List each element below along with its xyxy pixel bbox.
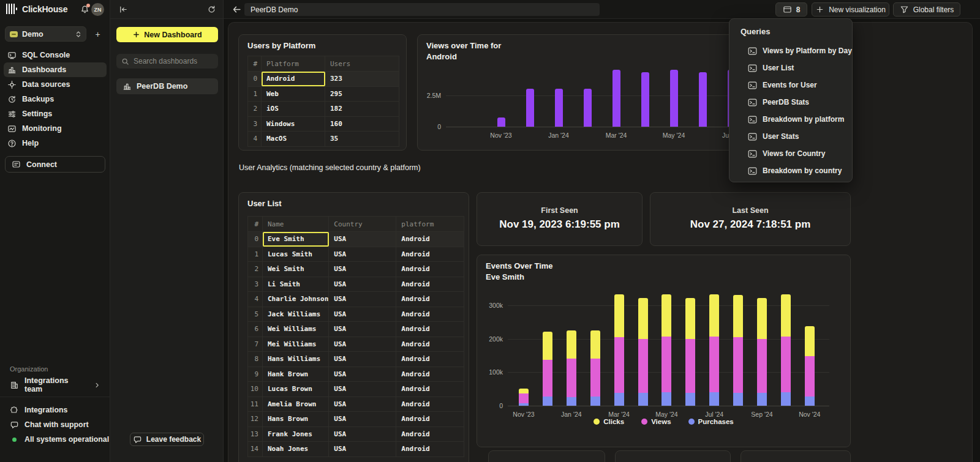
table-cell[interactable]: 160 [325,116,399,132]
table-cell[interactable]: Android [396,412,464,427]
table-row[interactable]: 0Android323 [248,72,399,87]
table-cell[interactable]: 323 [325,72,399,87]
legend-item-clicks[interactable]: Clicks [594,418,624,425]
table-cell[interactable]: Mei Williams [263,337,329,352]
events-bar-segment-views[interactable] [638,339,648,393]
table-cell[interactable]: 9 [248,367,263,382]
events-bar-segment-clicks[interactable] [662,294,671,336]
table-cell[interactable]: Android [262,72,325,87]
table-row[interactable]: 3Li SmithUSAAndroid [248,277,464,292]
table-row[interactable]: 6Wei WilliamsUSAAndroid [248,322,464,337]
sidebar-item-settings[interactable]: Settings [4,106,107,121]
table-cell[interactable]: USA [329,292,396,307]
table-cell[interactable]: 35 [325,132,399,147]
sidebar-item-monitoring[interactable]: Monitoring [4,121,107,136]
table-cell[interactable]: USA [329,412,396,427]
table-cell[interactable]: USA [329,397,396,412]
brand-logo-row[interactable]: ClickHouse [6,4,67,14]
views-bar[interactable] [497,117,505,127]
table-cell[interactable]: Android [396,322,464,337]
connect-button[interactable]: Connect [5,156,105,173]
table-cell[interactable]: Jack Williams [263,307,329,322]
events-bar-segment-views[interactable] [519,393,529,403]
table-cell[interactable]: Frank Jones [263,427,329,442]
table-cell[interactable]: 3 [248,116,262,132]
events-bar-segment-clicks[interactable] [638,298,648,338]
table-cell[interactable]: USA [329,352,396,367]
table-cell[interactable]: 1 [248,247,263,262]
queries-count-button[interactable]: 8 [775,2,807,17]
table-cell[interactable]: 4 [248,292,263,307]
table-cell[interactable]: USA [329,442,396,457]
events-bar-segment-purchases[interactable] [614,393,624,406]
table-cell[interactable]: Eve Smith [263,232,329,247]
events-bar-segment-clicks[interactable] [590,330,600,359]
query-item-user-list[interactable]: User List [748,62,794,74]
add-service-button[interactable]: + [92,28,104,40]
events-bar-segment-clicks[interactable] [757,298,767,338]
table-cell[interactable]: Android [396,262,464,277]
table-row[interactable]: 12Hans BrownUSAAndroid [248,412,464,427]
table-row[interactable]: 11Amelia BrownUSAAndroid [248,397,464,412]
dashboard-search[interactable] [116,54,218,69]
events-bar-segment-purchases[interactable] [590,397,600,406]
events-bar-segment-views[interactable] [614,337,624,393]
table-row[interactable]: 14Noah JonesUSAAndroid [248,442,464,457]
table-row[interactable]: 9Hank BrownUSAAndroid [248,367,464,382]
events-bar-segment-purchases[interactable] [781,392,791,406]
views-bar[interactable] [641,72,649,127]
table-cell[interactable]: Amelia Brown [263,397,329,412]
table-cell[interactable]: Android [396,232,464,247]
legend-item-views[interactable]: Views [641,418,671,425]
back-arrow-icon[interactable] [232,4,242,15]
table-cell[interactable]: Android [396,277,464,292]
table-row[interactable]: 13Frank JonesUSAAndroid [248,427,464,442]
table-cell[interactable]: Android [396,382,464,397]
sidebar-item-data-sources[interactable]: Data sources [4,77,107,92]
table-row[interactable]: 7Mei WilliamsUSAAndroid [248,337,464,352]
events-bar-segment-views[interactable] [685,339,695,393]
table-cell[interactable]: USA [329,337,396,352]
users-by-platform-table[interactable]: #PlatformUsers0Android3231Web2952iOS1823… [247,56,399,147]
refresh-icon[interactable] [207,5,216,14]
events-bar-segment-clicks[interactable] [685,298,695,338]
avatar[interactable]: ZN [91,3,104,16]
table-cell[interactable]: Android [396,307,464,322]
events-bar-segment-views[interactable] [543,360,552,397]
events-bar-segment-purchases[interactable] [685,393,695,406]
query-item-user-stats[interactable]: User Stats [748,130,799,143]
table-cell[interactable]: Android [396,337,464,352]
table-cell[interactable]: USA [329,262,396,277]
footer-item-chat-with-support[interactable]: Chat with support [0,417,110,432]
table-cell[interactable]: USA [329,367,396,382]
events-bar-segment-clicks[interactable] [733,295,743,337]
query-item-peerdb-stats[interactable]: PeerDB Stats [748,96,809,108]
events-bar-segment-purchases[interactable] [519,403,529,406]
table-cell[interactable]: Android [396,352,464,367]
dashboard-list-item[interactable]: PeerDB Demo [116,78,218,94]
table-cell[interactable]: MacOS [262,132,325,147]
table-cell[interactable]: Android [396,427,464,442]
table-cell[interactable]: Noah Jones [263,442,329,457]
table-cell[interactable]: 11 [248,397,263,412]
events-bar-segment-purchases[interactable] [757,393,767,406]
events-bar-segment-clicks[interactable] [519,389,529,393]
events-bar-segment-views[interactable] [733,337,743,393]
table-cell[interactable]: Lucas Smith [263,247,329,262]
table-cell[interactable]: Windows [262,116,325,132]
events-bar-segment-clicks[interactable] [543,332,552,360]
events-bar-segment-clicks[interactable] [781,294,791,336]
table-cell[interactable]: 5 [248,307,263,322]
table-cell[interactable]: Wei Smith [263,262,329,277]
table-cell[interactable]: 10 [248,382,263,397]
sidebar-item-sql-console[interactable]: SQL Console [4,48,107,62]
dashboard-title-input[interactable]: PeerDB Demo [244,3,600,16]
table-row[interactable]: 1Web295 [248,86,399,102]
views-bar[interactable] [670,70,678,127]
footer-item-integrations[interactable]: Integrations [0,403,110,417]
table-cell[interactable]: USA [329,232,396,247]
query-item-views-by-platform-by-day[interactable]: Views by Platform by Day [748,45,852,57]
events-bar-segment-purchases[interactable] [662,392,671,406]
table-cell[interactable]: 14 [248,442,263,457]
table-row[interactable]: 0Eve SmithUSAAndroid [248,232,464,247]
